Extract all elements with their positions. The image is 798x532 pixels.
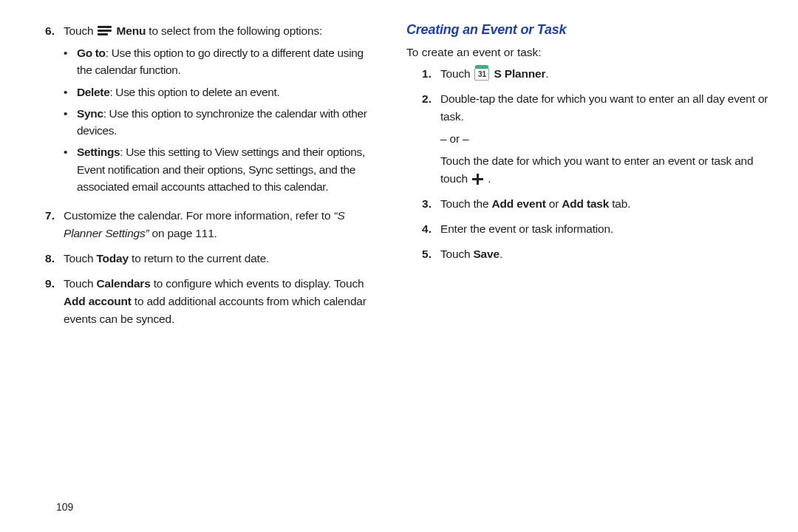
- sub-item-sync: • Sync: Use this option to synchronize t…: [64, 105, 378, 140]
- step-9: 9. Touch Calendars to configure which ev…: [30, 275, 378, 328]
- sub-body: Delete: Use this option to delete an eve…: [77, 83, 378, 100]
- r-step-4: 4. Enter the event or task information.: [406, 220, 768, 238]
- bullet: •: [64, 105, 77, 140]
- calendar-day: 31: [474, 69, 489, 81]
- step-number: 4.: [406, 220, 440, 238]
- sub-list: • Go to: Use this option to go directly …: [64, 44, 378, 195]
- text: Customize the calendar. For more informa…: [64, 209, 333, 222]
- step-body: Double-tap the date for which you want t…: [440, 90, 768, 188]
- bold: Save: [473, 248, 499, 260]
- step-7: 7. Customize the calendar. For more info…: [30, 207, 378, 242]
- text: Touch the: [440, 197, 492, 210]
- left-column: 6. Touch Menu to select from the followi…: [30, 22, 399, 532]
- sub-label: Settings: [77, 146, 120, 158]
- text: to configure which events to display. To…: [151, 277, 364, 290]
- page-number: 109: [56, 501, 73, 513]
- step-body: Enter the event or task information.: [440, 220, 768, 238]
- bullet: •: [64, 143, 77, 195]
- text: or: [546, 197, 562, 210]
- bold: Today: [96, 252, 129, 265]
- sub-body: Settings: Use this setting to View setti…: [77, 143, 378, 195]
- step-body: Touch the Add event or Add task tab.: [440, 195, 768, 213]
- step-body: Touch Calendars to configure which event…: [64, 275, 378, 328]
- step-6: 6. Touch Menu to select from the followi…: [30, 22, 378, 200]
- step-body: Customize the calendar. For more informa…: [64, 207, 378, 242]
- right-column: Creating an Event or Task To create an e…: [399, 22, 768, 532]
- text-line: Touch the date for which you want to ent…: [440, 152, 768, 188]
- text-line: Double-tap the date for which you want t…: [440, 90, 768, 126]
- or-separator: – or –: [440, 130, 768, 148]
- text: to return to the current date.: [129, 252, 269, 265]
- sub-body: Go to: Use this option to go directly to…: [77, 44, 378, 79]
- r-step-5: 5. Touch Save.: [406, 245, 768, 263]
- text: Enter the event or task information.: [440, 222, 613, 235]
- bullet: •: [64, 44, 77, 79]
- r-step-2: 2. Double-tap the date for which you wan…: [406, 90, 768, 188]
- sub-label: Go to: [77, 47, 106, 59]
- sub-item-goto: • Go to: Use this option to go directly …: [64, 44, 378, 79]
- sub-item-delete: • Delete: Use this option to delete an e…: [64, 83, 378, 100]
- bullet: •: [64, 83, 77, 100]
- text: .: [545, 67, 548, 80]
- step-body: Touch Today to return to the current dat…: [64, 250, 378, 267]
- step-body: Touch Save.: [440, 245, 768, 263]
- sub-text: : Use this option to delete an event.: [109, 86, 279, 98]
- text: Touch: [64, 252, 96, 265]
- step-number: 3.: [406, 195, 440, 213]
- text: to select from the following options:: [149, 24, 322, 37]
- sub-label: Sync: [77, 107, 103, 120]
- text: tab.: [609, 197, 630, 210]
- bold: Add task: [562, 197, 609, 210]
- sub-body: Sync: Use this option to synchronize the…: [77, 105, 378, 140]
- r-step-3: 3. Touch the Add event or Add task tab.: [406, 195, 768, 213]
- step-body: Touch Menu to select from the following …: [64, 22, 378, 200]
- menu-icon: [98, 26, 112, 35]
- text: Touch: [64, 277, 96, 290]
- plus-icon: [472, 174, 483, 185]
- section-heading: Creating an Event or Task: [406, 22, 768, 38]
- section-intro: To create an event or task:: [406, 44, 768, 61]
- sub-label: Delete: [77, 86, 109, 98]
- menu-word: Menu: [117, 24, 146, 37]
- step-number: 7.: [30, 207, 64, 242]
- text: Touch: [440, 248, 473, 260]
- step-8: 8. Touch Today to return to the current …: [30, 250, 378, 267]
- step-number: 6.: [30, 22, 64, 200]
- step-number: 5.: [406, 245, 440, 263]
- step-number: 8.: [30, 250, 64, 267]
- manual-page: 6. Touch Menu to select from the followi…: [0, 0, 798, 532]
- text: Touch: [440, 67, 473, 80]
- step-number: 1.: [406, 65, 440, 83]
- bold: Add account: [64, 295, 132, 307]
- text: .: [499, 248, 502, 260]
- step-number: 9.: [30, 275, 64, 328]
- bold: Add event: [492, 197, 546, 210]
- step-body: Touch 31 S Planner.: [440, 65, 768, 83]
- sub-item-settings: • Settings: Use this setting to View set…: [64, 143, 378, 195]
- calendar-icon: 31: [474, 65, 489, 81]
- bold: Calendars: [96, 277, 150, 290]
- text: .: [488, 172, 491, 185]
- text: on page 111.: [149, 227, 217, 239]
- sub-text: : Use this option to go directly to a di…: [77, 47, 364, 76]
- r-step-1: 1. Touch 31 S Planner.: [406, 65, 768, 83]
- bold: S Planner: [494, 67, 546, 80]
- sub-text: : Use this setting to View settings and …: [77, 146, 365, 193]
- sub-text: : Use this option to synchronize the cal…: [77, 107, 367, 137]
- step-number: 2.: [406, 90, 440, 188]
- text: Touch: [64, 24, 96, 37]
